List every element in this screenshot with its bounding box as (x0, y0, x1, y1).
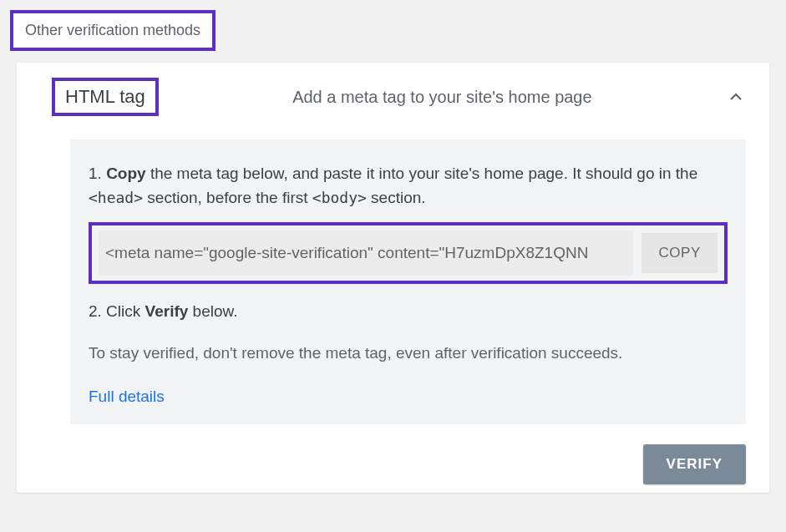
verify-button[interactable]: VERIFY (643, 444, 746, 484)
method-title: HTML tag (52, 78, 159, 116)
step1-mid2: section, before the first (143, 189, 312, 206)
step2-prefix: 2. Click (89, 302, 145, 320)
step2-suffix: below. (188, 302, 237, 320)
step-1-text: 1. Copy the meta tag below, and paste it… (89, 161, 728, 210)
verify-row: VERIFY (17, 424, 769, 493)
step1-mid3: section. (367, 189, 426, 206)
verification-method-card: HTML tag Add a meta tag to your site's h… (17, 63, 769, 493)
body-tag: <body> (312, 189, 367, 206)
copy-button[interactable]: COPY (641, 233, 718, 273)
step-2-text: 2. Click Verify below. (89, 302, 728, 321)
step1-prefix: 1. (89, 165, 106, 182)
head-tag: <head> (89, 189, 143, 206)
step2-bold: Verify (145, 302, 189, 320)
section-heading: Other verification methods (10, 10, 216, 51)
card-body: 1. Copy the meta tag below, and paste it… (70, 139, 746, 424)
meta-tag-row: COPY (89, 222, 728, 284)
chevron-up-icon[interactable] (726, 87, 746, 107)
full-details-link[interactable]: Full details (89, 388, 165, 406)
method-subtitle: Add a meta tag to your site's home page (165, 88, 719, 107)
stay-verified-text: To stay verified, don't remove the meta … (89, 344, 728, 362)
step1-mid1: the meta tag below, and paste it into yo… (146, 165, 698, 182)
step1-bold: Copy (106, 165, 146, 182)
meta-tag-field[interactable] (99, 231, 633, 276)
card-header[interactable]: HTML tag Add a meta tag to your site's h… (17, 63, 769, 131)
